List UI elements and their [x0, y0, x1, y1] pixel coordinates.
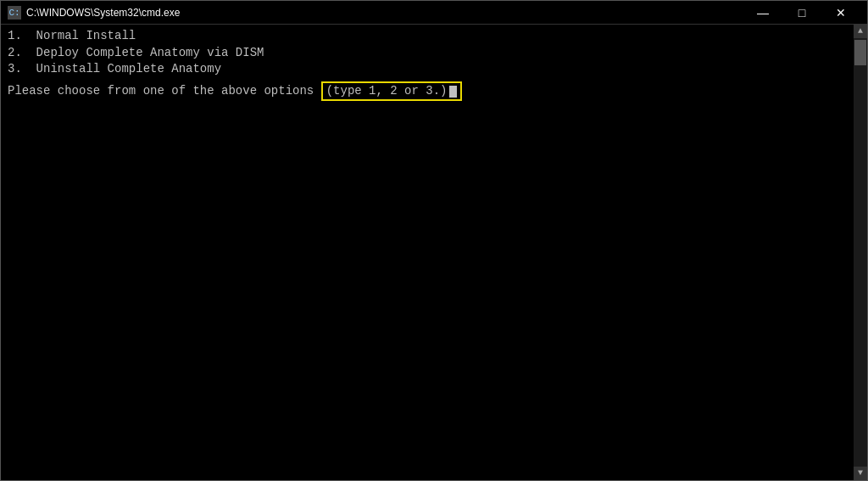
scroll-down-arrow[interactable]: ▼ — [854, 467, 867, 480]
window-controls: — □ ✕ — [743, 1, 860, 25]
console-body: 1. Normal Install 2. Deploy Complete Ana… — [1, 25, 867, 480]
highlighted-text: (type 1, 2 or 3.) — [326, 83, 448, 100]
maximize-button[interactable]: □ — [782, 1, 821, 25]
close-button[interactable]: ✕ — [821, 1, 860, 25]
title-bar: C: C:\WINDOWS\System32\cmd.exe — □ ✕ — [1, 1, 867, 25]
scrollbar-thumb[interactable] — [854, 40, 866, 65]
console-line-1: 1. Normal Install — [8, 28, 860, 45]
prompt-line: Please choose from one of the above opti… — [8, 81, 860, 102]
window-title: C:\WINDOWS\System32\cmd.exe — [26, 7, 743, 19]
scrollbar[interactable]: ▲ ▼ — [854, 25, 867, 480]
input-highlight-box: (type 1, 2 or 3.) — [321, 81, 462, 102]
minimize-button[interactable]: — — [743, 1, 782, 25]
console-line-3: 3. Uninstall Complete Anatomy — [8, 61, 860, 78]
cmd-window: C: C:\WINDOWS\System32\cmd.exe — □ ✕ 1. … — [0, 0, 868, 481]
cursor-block — [449, 86, 457, 98]
prompt-text: Please choose from one of the above opti… — [8, 83, 321, 100]
scroll-up-arrow[interactable]: ▲ — [854, 25, 867, 38]
app-icon: C: — [8, 6, 21, 20]
console-line-2: 2. Deploy Complete Anatomy via DISM — [8, 45, 860, 62]
